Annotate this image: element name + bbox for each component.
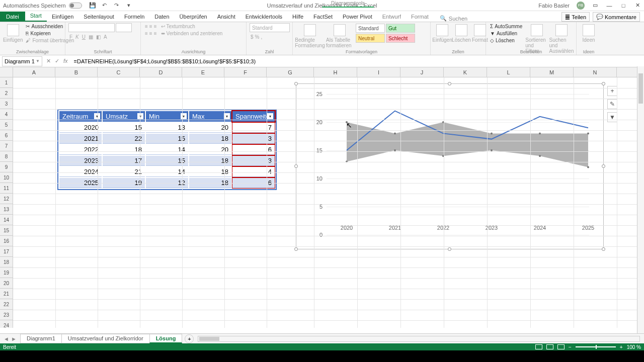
vertical-scrollbar[interactable] (637, 66, 644, 333)
align-right-button[interactable]: ≡ (154, 31, 157, 36)
row-header-18[interactable]: 18 (0, 257, 13, 267)
add-sheet-button[interactable]: + (185, 334, 194, 343)
fill-color-button[interactable]: ◧ (96, 34, 101, 40)
row-header-17[interactable]: 17 (0, 246, 13, 257)
tab-start[interactable]: Start (25, 11, 47, 22)
table-row[interactable]: 20221814206 (59, 145, 275, 155)
sheet-tab[interactable]: Diagramm1 (20, 334, 62, 343)
align-left-button[interactable]: ≡ (145, 31, 148, 36)
number-format-combo[interactable]: Standard (250, 23, 290, 32)
tab-powerpivot[interactable]: Power Pivot (338, 12, 377, 22)
enter-formula-icon[interactable]: ✓ (55, 58, 59, 64)
style-schlecht[interactable]: Schlecht (386, 34, 415, 43)
sheet-tab[interactable]: Umsatzverlauf und Zielkorridor (61, 334, 150, 343)
row-header-13[interactable]: 13 (0, 204, 13, 215)
chart-plot-area[interactable] (327, 94, 608, 245)
row-header-19[interactable]: 19 (0, 267, 13, 278)
save-icon[interactable]: 💾 (89, 2, 96, 9)
col-header-D[interactable]: D (140, 67, 182, 77)
clear-button[interactable]: ◇ Löschen (489, 37, 523, 44)
row-header-23[interactable]: 23 (0, 310, 13, 320)
row-header-8[interactable]: 8 (0, 151, 13, 162)
page-break-view-button[interactable] (557, 344, 565, 349)
row-header-21[interactable]: 21 (0, 289, 13, 299)
row-header-16[interactable]: 16 (0, 236, 13, 246)
tab-format[interactable]: Format (406, 12, 434, 22)
paste-button[interactable]: Einfügen (3, 23, 23, 43)
col-header-B[interactable]: B (55, 67, 98, 77)
row-header-20[interactable]: 20 (0, 278, 13, 289)
col-header-G[interactable]: G (267, 67, 314, 77)
tab-seitenlayout[interactable]: Seitenlayout (78, 12, 119, 22)
table-row[interactable]: 20242114184 (59, 167, 275, 177)
font-name-combo[interactable] (68, 23, 115, 32)
worksheet-grid[interactable]: ABCDEFGHIJKLMN 1234567891011121314151617… (0, 67, 644, 328)
merge-center-button[interactable]: ⬌ Verbinden und zentrieren (160, 30, 224, 37)
account-avatar[interactable]: FB (577, 2, 585, 10)
bold-button[interactable]: F (69, 34, 72, 40)
tab-ansicht[interactable]: Ansicht (212, 12, 240, 22)
close-icon[interactable]: ✕ (634, 2, 641, 9)
tab-daten[interactable]: Daten (149, 12, 174, 22)
row-header-22[interactable]: 22 (0, 299, 13, 310)
tab-entwurf[interactable]: Entwurf (377, 12, 406, 22)
align-center-button[interactable]: ≡ (149, 31, 152, 36)
col-header-E[interactable]: E (182, 67, 224, 77)
chart-object[interactable]: + ✎ ▼ 0510152025202020212022202320242025 (296, 83, 604, 249)
col-header-N[interactable]: N (574, 67, 617, 77)
style-standard[interactable]: Standard (356, 24, 385, 33)
qat-customize-icon[interactable]: ▾ (125, 2, 132, 9)
fx-icon[interactable]: fx (63, 58, 68, 64)
chart-styles-button[interactable]: ✎ (607, 99, 617, 109)
fill-button[interactable]: ▼ Ausfüllen (489, 30, 523, 37)
col-header-I[interactable]: I (357, 67, 400, 77)
style-gut[interactable]: Gut (386, 24, 415, 33)
table-row[interactable]: 20201513207 (59, 123, 275, 133)
zoom-out-button[interactable]: − (569, 344, 572, 350)
font-color-button[interactable]: A (104, 34, 107, 40)
minimize-icon[interactable]: — (606, 2, 613, 9)
comments-button[interactable]: 💬Kommentare (593, 12, 640, 22)
autosave-toggle[interactable] (69, 3, 82, 9)
wrap-text-button[interactable]: ↩ Textumbruch (160, 23, 224, 30)
tab-file[interactable]: Datei (0, 12, 25, 22)
tab-formeln[interactable]: Formeln (119, 12, 149, 22)
insert-cells-button[interactable]: Einfügen (434, 23, 451, 43)
row-header-5[interactable]: 5 (0, 120, 13, 130)
align-bottom-button[interactable]: ≡ (154, 24, 157, 29)
maximize-icon[interactable]: □ (620, 2, 627, 9)
undo-icon[interactable]: ↶ (101, 2, 108, 9)
formula-input[interactable]: =DATENREIHE(Lösung!$F$4;Lösung!$B$5:$B$1… (72, 58, 644, 64)
row-header-10[interactable]: 10 (0, 172, 13, 183)
tab-einfuegen[interactable]: Einfügen (47, 12, 78, 22)
row-header-9[interactable]: 9 (0, 162, 13, 172)
comma-button[interactable]: , (261, 34, 262, 40)
row-header-12[interactable]: 12 (0, 194, 13, 204)
data-table[interactable]: Zeitraum▾Umsatz▾Min▾Max▾Spannweite▾ 2020… (57, 109, 277, 190)
style-neutral[interactable]: Neutral (356, 34, 385, 43)
row-header-1[interactable]: 1 (0, 77, 13, 88)
row-header-2[interactable]: 2 (0, 88, 13, 99)
row-header-3[interactable]: 3 (0, 99, 13, 109)
zoom-in-button[interactable]: + (620, 344, 623, 350)
tell-me-search[interactable]: 🔍 Suchen (440, 15, 467, 22)
row-header-4[interactable]: 4 (0, 109, 13, 120)
chart-elements-button[interactable]: + (607, 86, 617, 96)
zoom-level[interactable]: 100 % (627, 344, 641, 350)
tab-ueberpruefen[interactable]: Überprüfen (175, 12, 212, 22)
account-name[interactable]: Fabio Basler (538, 3, 570, 9)
redo-icon[interactable]: ↷ (113, 2, 120, 9)
table-row[interactable]: 20212215183 (59, 134, 275, 144)
border-button[interactable]: ▦ (89, 34, 93, 40)
zoom-slider[interactable] (576, 346, 616, 347)
share-button[interactable]: ䷀Teilen (561, 12, 590, 22)
col-header-K[interactable]: K (444, 67, 487, 77)
chart-filter-button[interactable]: ▼ (607, 112, 617, 122)
col-header-J[interactable]: J (400, 67, 444, 77)
sheet-nav-prev-icon[interactable]: ◄ (4, 336, 9, 342)
row-header-7[interactable]: 7 (0, 141, 13, 151)
row-header-24[interactable]: 24 (0, 320, 13, 328)
delete-cells-button[interactable]: Löschen (453, 23, 470, 43)
font-size-combo[interactable] (116, 23, 132, 32)
italic-button[interactable]: K (75, 34, 79, 40)
